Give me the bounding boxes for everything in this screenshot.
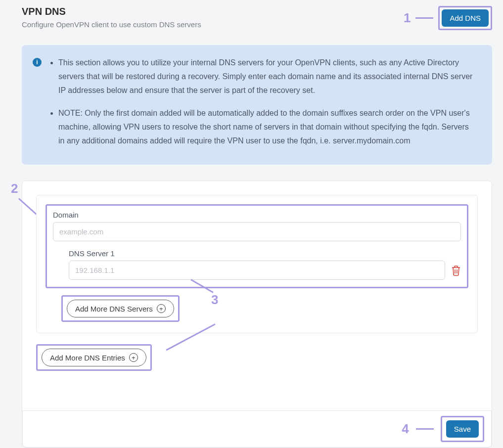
add-dns-button[interactable]: Add DNS bbox=[442, 9, 489, 27]
add-more-dns-entries-button[interactable]: Add More DNS Entries + bbox=[42, 349, 146, 366]
callout-2-number: 2 bbox=[11, 181, 18, 196]
callout-4-highlight: Save bbox=[441, 416, 484, 442]
callout-1-line bbox=[415, 17, 433, 19]
callout-3-number: 3 bbox=[211, 292, 218, 308]
info-icon: i bbox=[33, 58, 42, 67]
dns-entry: Domain DNS Server 1 bbox=[36, 195, 478, 333]
dns-server-input[interactable] bbox=[69, 261, 445, 280]
callout-1-number: 1 bbox=[404, 10, 411, 26]
dns-server-label: DNS Server 1 bbox=[69, 249, 461, 258]
trash-icon[interactable] bbox=[451, 265, 461, 276]
domain-input[interactable] bbox=[53, 222, 461, 241]
page-title: VPN DNS bbox=[22, 6, 201, 17]
plus-icon: + bbox=[157, 304, 166, 313]
callout-3-highlight-servers: Add More DNS Servers + bbox=[61, 295, 180, 322]
plus-icon: + bbox=[129, 353, 138, 362]
callout-4-number: 4 bbox=[402, 421, 409, 437]
page-subtitle: Configure OpenVPN client to use custom D… bbox=[22, 20, 201, 29]
info-bullet-2: NOTE: Only the first domain added will b… bbox=[58, 106, 476, 148]
callout-3-highlight-entries: Add More DNS Entries + bbox=[36, 344, 152, 371]
callout-1-highlight: Add DNS bbox=[438, 6, 492, 30]
callout-2-highlight: Domain DNS Server 1 bbox=[46, 204, 468, 288]
domain-label: Domain bbox=[53, 211, 461, 219]
add-more-dns-servers-button[interactable]: Add More DNS Servers + bbox=[67, 300, 174, 317]
info-banner: i This section allows you to utilize you… bbox=[22, 45, 492, 165]
save-button[interactable]: Save bbox=[446, 420, 479, 438]
add-more-dns-servers-label: Add More DNS Servers bbox=[75, 305, 153, 313]
callout-4-line bbox=[416, 428, 434, 430]
add-more-dns-entries-label: Add More DNS Entries bbox=[50, 354, 125, 362]
info-bullet-1: This section allows you to utilize your … bbox=[58, 56, 476, 97]
